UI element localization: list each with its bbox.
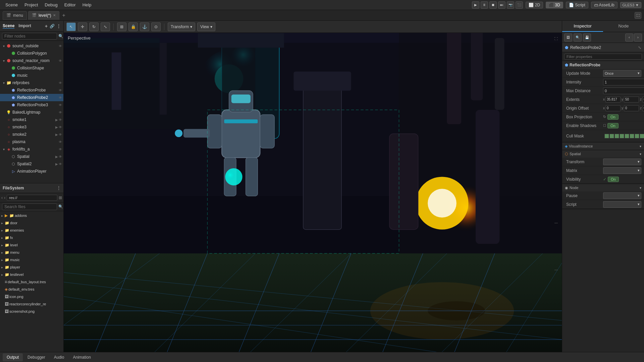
rotate-tool[interactable]: ↻ (89, 22, 99, 31)
filter-properties-input[interactable] (564, 54, 642, 60)
link-node-button[interactable]: 🔗 (50, 24, 55, 28)
fs-item-player[interactable]: ▸ 📁 player (0, 263, 63, 271)
enable-shadows-toggle[interactable]: On (607, 123, 619, 128)
tree-item-plasma[interactable]: ○ plasma 👁 (0, 138, 63, 145)
fs-item-enemies[interactable]: ▸ 📁 enemies (0, 227, 63, 234)
tree-item-reflection-probe3[interactable]: ⬟ ReflectionProbe3 👁 (0, 101, 63, 109)
cull-cell-7[interactable] (635, 134, 639, 138)
box-projection-toggle[interactable]: On (607, 114, 619, 120)
tree-item-forklifts[interactable]: ▾ ◈ forklifts_a 👁 (0, 145, 63, 153)
cull-cell-8[interactable] (640, 134, 644, 138)
inspector-nav-next[interactable]: › (634, 34, 642, 42)
cursor-tool[interactable]: ↖ (66, 22, 76, 31)
inspector-nav-prev[interactable]: ‹ (625, 34, 633, 42)
fs-layout-button[interactable]: ⊞ (59, 195, 62, 200)
fullscreen-button[interactable]: ⛶ (635, 12, 641, 19)
intensity-input[interactable] (603, 79, 644, 85)
matrix-dropdown[interactable]: ▾ (603, 167, 641, 174)
anim-spatial1[interactable]: ▶ (55, 155, 58, 159)
menu-help[interactable]: Help (80, 2, 94, 8)
camera-button[interactable]: 📷 (507, 1, 514, 9)
fs-item-testlevel[interactable]: ▸ 📁 testlevel (0, 271, 63, 278)
tree-item-smoke3[interactable]: ○ smoke3 ▶👁 (0, 123, 63, 131)
fs-item-reactor[interactable]: 🖼 reactorcorecylinder_re (0, 300, 63, 308)
update-mode-dropdown[interactable]: Once ▾ (603, 70, 641, 77)
tree-item-sound-outside[interactable]: ▾ sound_outside 👁 (0, 42, 63, 50)
transform-local[interactable]: ⊞ (117, 22, 126, 31)
cull-cell-3[interactable] (614, 134, 619, 138)
cull-cell-2[interactable] (609, 134, 614, 138)
menu-project[interactable]: Project (22, 2, 41, 8)
menu-editor[interactable]: Editor (62, 2, 78, 8)
gles-badge[interactable]: GLES3 ▼ (620, 2, 641, 8)
menu-scene[interactable]: Scene (3, 2, 20, 8)
more-options-button[interactable]: ⋮ (57, 24, 61, 28)
snap-toggle[interactable]: 🔒 (128, 22, 138, 31)
visibility-rp1[interactable]: 👁 (59, 88, 62, 92)
anim-smoke1[interactable]: ▶ (55, 118, 58, 122)
origin-x-input[interactable] (605, 105, 621, 111)
visibility-refprobes[interactable]: 👁 (59, 81, 62, 85)
visibility-rp2[interactable]: 👁 (59, 96, 62, 100)
inspector-save[interactable]: 💾 (583, 34, 591, 42)
tree-item-music[interactable]: music (0, 72, 63, 79)
anim-smoke2[interactable]: ▶ (55, 133, 58, 136)
visibility-sound-reactor[interactable]: 👁 (59, 59, 62, 63)
reflection-probe-header[interactable]: ⬟ ReflectionProbe (562, 61, 644, 69)
cull-cell-4[interactable] (620, 134, 624, 138)
extents-z-input[interactable] (642, 97, 644, 103)
inspector-tab[interactable]: Inspector (562, 21, 603, 32)
tree-item-spatial2[interactable]: ⬡ Spatial2 ▶👁 (0, 160, 63, 168)
mode-2d[interactable]: ⬜ 2D (526, 2, 543, 8)
tree-item-collision-shape[interactable]: CollisionShape (0, 64, 63, 72)
node-section-header[interactable]: ◉ Node ▾ (562, 184, 644, 191)
tab-menu[interactable]: 🎬 menu (3, 11, 27, 20)
tab-level-close[interactable]: ✕ (53, 13, 56, 17)
cull-cell-1[interactable] (604, 134, 609, 138)
tree-item-smoke1[interactable]: ○ smoke1 ▶👁 (0, 116, 63, 123)
filesystem-options[interactable]: ⋮ (57, 186, 61, 190)
fs-item-door[interactable]: ▸ 📁 door (0, 219, 63, 227)
visibility-toggle[interactable]: On (608, 177, 619, 182)
import-tab[interactable]: Import (18, 23, 31, 28)
anim-spatial2[interactable]: ▶ (55, 162, 58, 166)
expand-arrow-refprobes[interactable]: ▾ (1, 81, 6, 85)
fs-item-addons[interactable]: ▸ ▶ 📁 addons (0, 212, 63, 219)
fs-item-fx[interactable]: ▸ 📁 fx (0, 234, 63, 241)
fs-item-default-bus[interactable]: ≡ default_bus_layout.tres (0, 278, 63, 286)
inspector-expand-icon[interactable]: ⤡ (638, 45, 641, 50)
expand-arrow-sound-reactor[interactable]: ▾ (1, 59, 6, 63)
tree-item-reflection-probe1[interactable]: ⬟ ReflectionProbe 👁 (0, 86, 63, 94)
fs-item-level[interactable]: ▸ 📁 level (0, 241, 63, 249)
bottom-tab-debugger[interactable]: Debugger (23, 353, 49, 361)
mode-script[interactable]: 📄 Script (566, 2, 588, 8)
bottom-tab-animation[interactable]: Animation (69, 353, 95, 361)
step-button[interactable]: ⏭ (498, 1, 505, 9)
spatial-header[interactable]: ⬡ Spatial ▾ (562, 150, 644, 158)
script-dropdown[interactable]: ▾ (603, 201, 641, 208)
play-button[interactable]: ▶ (472, 1, 479, 9)
fs-item-default-env[interactable]: ◈ default_env.tres (0, 286, 63, 293)
filesystem-search-input[interactable] (2, 203, 57, 210)
visibility-plasma[interactable]: 👁 (59, 140, 62, 144)
anim-smoke3[interactable]: ▶ (55, 125, 58, 129)
visibility-forklifts[interactable]: 👁 (59, 147, 62, 151)
tree-item-animation-player[interactable]: ▷ AnimationPlayer (0, 168, 63, 175)
tree-item-collision-polygon[interactable]: CollisionPolygon (0, 50, 63, 57)
pause-button[interactable]: ⏸ (481, 1, 488, 9)
tree-item-baked-lightmap[interactable]: 💡 BakedLightmap 👁 (0, 109, 63, 116)
fs-item-music[interactable]: ▸ 📁 music (0, 256, 63, 263)
menu-debug[interactable]: Debug (42, 2, 60, 8)
tab-level[interactable]: 🎬 level(*) ✕ (28, 11, 59, 20)
cull-cell-5[interactable] (625, 134, 629, 138)
cull-cell-6[interactable] (630, 134, 634, 138)
add-node-button[interactable]: + (45, 23, 48, 29)
max-distance-input[interactable] (603, 87, 644, 94)
visibility-smoke3[interactable]: 👁 (59, 125, 62, 129)
tree-item-spatial1[interactable]: ⬡ Spatial ▶👁 (0, 153, 63, 160)
fs-item-screenshot[interactable]: 🖼 screenshot.png (0, 308, 63, 315)
scene-tab[interactable]: Scene (3, 23, 14, 28)
tree-item-smoke2[interactable]: ○ smoke2 ▶👁 (0, 131, 63, 138)
visual-instance-header[interactable]: ◈ VisualInstance ▾ (562, 142, 644, 150)
visibility-spatial1[interactable]: 👁 (59, 155, 62, 159)
